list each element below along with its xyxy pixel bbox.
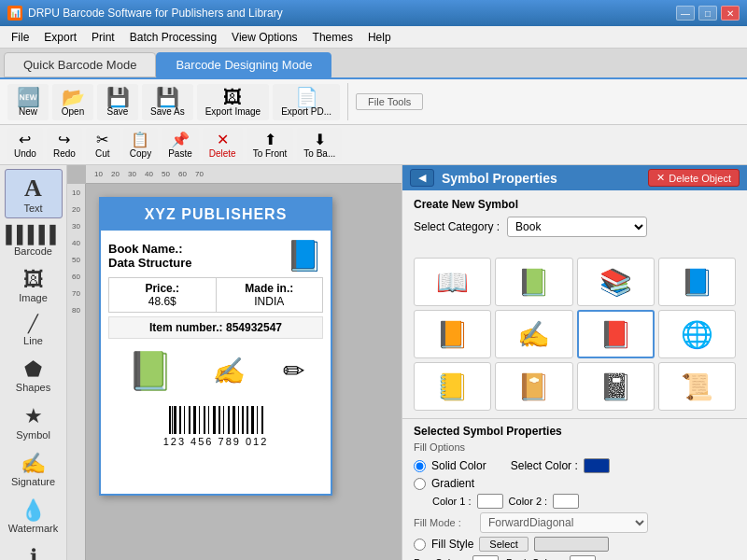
shapes-icon: ⬟ xyxy=(24,357,42,382)
book-symbol: 📗 xyxy=(127,349,174,393)
fill-mode-select[interactable]: ForwardDiagonal BackwardDiagonal Horizon… xyxy=(480,512,648,533)
app-title: DRPU Barcode Software for Publishers and… xyxy=(28,7,676,20)
delete-button[interactable]: ✕ Delete xyxy=(203,128,243,161)
tool-shapes[interactable]: ⬟ Shapes xyxy=(5,353,63,398)
menu-themes[interactable]: Themes xyxy=(305,29,360,46)
open-button[interactable]: 📂 Open xyxy=(52,84,93,120)
save-as-button[interactable]: 💾 Save As xyxy=(142,84,193,120)
tool-image[interactable]: 🖼 Image xyxy=(5,263,63,308)
solid-color-swatch[interactable] xyxy=(584,458,610,473)
menu-help[interactable]: Help xyxy=(360,29,399,46)
save-button[interactable]: 💾 Save xyxy=(97,84,138,120)
symbol-cell-2[interactable]: 📗 xyxy=(495,258,572,306)
delete-icon: ✕ xyxy=(217,131,229,148)
close-button[interactable]: ✕ xyxy=(721,6,740,21)
minimize-button[interactable]: — xyxy=(676,6,695,21)
tool-label-info[interactable]: ℹ Label Info xyxy=(5,540,63,560)
symbol-grid: 📖 📗 📚 📘 📙 ✍ 📕 🌐 📒 📔 📓 📜 xyxy=(402,250,747,418)
symbol-cell-6[interactable]: ✍ xyxy=(495,310,572,358)
menu-bar: File Export Print Batch Processing View … xyxy=(0,26,747,49)
menu-export[interactable]: Export xyxy=(36,29,84,46)
symbol-cell-8[interactable]: 🌐 xyxy=(658,310,736,358)
label-card[interactable]: XYZ PUBLISHERS Book Name.: Data Structur… xyxy=(99,197,332,496)
tool-watermark[interactable]: 💧 Watermark xyxy=(5,494,63,539)
gradient-radio[interactable] xyxy=(414,478,426,490)
symbol-cell-11[interactable]: 📓 xyxy=(577,362,655,411)
text-icon: A xyxy=(24,174,42,203)
props-title: Selected Symbol Properties xyxy=(414,425,736,438)
menu-file[interactable]: File xyxy=(4,29,36,46)
delete-object-button[interactable]: ✕ Delete Object xyxy=(648,169,740,187)
title-bar: 📊 DRPU Barcode Software for Publishers a… xyxy=(0,0,747,26)
symbol-cell-9[interactable]: 📒 xyxy=(414,362,491,411)
gradient-label: Gradient xyxy=(431,477,474,490)
copy-icon: 📋 xyxy=(131,131,149,148)
export-pdf-button[interactable]: 📄 Export PD... xyxy=(273,84,340,120)
panel-header: ◀ Symbol Properties ✕ Delete Object xyxy=(402,165,747,190)
symbol-cell-3[interactable]: 📚 xyxy=(577,258,655,306)
cut-icon: ✂ xyxy=(96,131,108,148)
color1-swatch[interactable] xyxy=(477,494,503,509)
select-style-button[interactable]: Select xyxy=(479,537,529,552)
symbol-cell-12[interactable]: 📜 xyxy=(658,362,736,411)
signature-icon: ✍ xyxy=(21,452,46,476)
fill-style-preview[interactable] xyxy=(534,537,609,552)
select-color-label: Select Color : xyxy=(511,459,578,472)
gradient-colors-row: Color 1 : Color 2 : xyxy=(414,494,736,509)
undo-button[interactable]: ↩ Undo xyxy=(7,128,43,161)
tab-barcode-designing[interactable]: Barcode Designing Mode xyxy=(156,52,331,77)
main-content: A Text ▌▌▌▌▌ Barcode 🖼 Image ╱ Line ⬟ Sh… xyxy=(0,165,747,560)
image-icon: 🖼 xyxy=(23,268,44,292)
fill-style-label: Fill Style xyxy=(431,538,473,551)
copy-button[interactable]: 📋 Copy xyxy=(123,128,158,161)
redo-button[interactable]: ↪ Redo xyxy=(47,128,82,161)
barcode-section: 123 456 789 012 xyxy=(108,402,323,451)
paste-button[interactable]: 📌 Paste xyxy=(162,128,199,161)
menu-batch[interactable]: Batch Processing xyxy=(122,29,224,46)
to-front-button[interactable]: ⬆ To Front xyxy=(247,128,294,161)
tool-signature[interactable]: ✍ Signature xyxy=(5,447,63,492)
menu-print[interactable]: Print xyxy=(84,29,122,46)
export-image-button[interactable]: 🖼 Export Image xyxy=(197,84,269,120)
card-images: 📗 ✍ ✏ xyxy=(108,343,323,399)
color2-swatch[interactable] xyxy=(553,494,579,509)
fill-style-radio[interactable] xyxy=(414,539,426,551)
symbol-cell-1[interactable]: 📖 xyxy=(414,258,491,306)
symbol-cell-7[interactable]: 📕 xyxy=(577,310,655,358)
cut-button[interactable]: ✂ Cut xyxy=(86,128,120,161)
signature-symbol: ✍ xyxy=(212,356,245,386)
to-back-button[interactable]: ⬇ To Ba... xyxy=(297,128,342,161)
symbol-cell-5[interactable]: 📙 xyxy=(414,310,491,358)
pencil-symbol: ✏ xyxy=(283,356,304,386)
tool-barcode[interactable]: ▌▌▌▌▌ Barcode xyxy=(5,220,63,261)
tab-bar: Quick Barcode Mode Barcode Designing Mod… xyxy=(0,49,747,79)
item-number: Item number.: 854932547 xyxy=(108,316,323,339)
panel-back-button[interactable]: ◀ xyxy=(410,169,434,187)
solid-color-radio[interactable] xyxy=(414,460,426,472)
category-select[interactable]: Book Animals Nature Shapes xyxy=(507,217,647,237)
app-icon: 📊 xyxy=(7,6,22,21)
solid-color-label: Solid Color xyxy=(431,459,486,472)
tool-symbol[interactable]: ★ Symbol xyxy=(5,399,63,444)
toolbar-separator xyxy=(347,83,348,120)
export-image-icon: 🖼 xyxy=(223,88,242,106)
symbol-icon: ★ xyxy=(24,404,43,428)
back-color-swatch[interactable] xyxy=(570,555,596,560)
new-button[interactable]: 🆕 New xyxy=(7,84,49,120)
symbol-cell-4[interactable]: 📘 xyxy=(658,258,736,306)
tab-quick-barcode[interactable]: Quick Barcode Mode xyxy=(4,52,156,77)
selected-props-section: Selected Symbol Properties Fill Options … xyxy=(402,418,747,560)
panel-title: Symbol Properties xyxy=(442,171,641,186)
pen-color-swatch[interactable] xyxy=(472,555,499,560)
symbol-cell-10[interactable]: 📔 xyxy=(495,362,572,411)
canvas-area[interactable]: 10 20 30 40 50 60 70 10 20 30 40 50 60 7… xyxy=(67,165,402,560)
fill-mode-row: Fill Mode : ForwardDiagonal BackwardDiag… xyxy=(414,512,736,533)
menu-view[interactable]: View Options xyxy=(224,29,304,46)
tool-line[interactable]: ╱ Line xyxy=(5,310,63,351)
window-controls: — □ ✕ xyxy=(676,6,740,21)
gradient-row: Gradient xyxy=(414,477,736,490)
tool-text[interactable]: A Text xyxy=(5,169,63,218)
maximize-button[interactable]: □ xyxy=(698,6,717,21)
barcode-number: 123 456 789 012 xyxy=(112,436,319,447)
category-row: Select Category : Book Animals Nature Sh… xyxy=(414,217,736,237)
